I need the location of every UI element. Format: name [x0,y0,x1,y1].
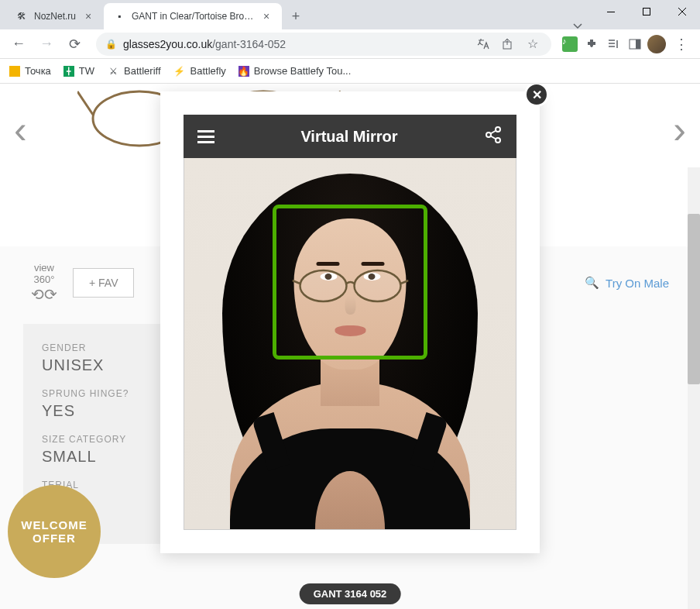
close-window-button[interactable] [664,0,700,23]
modal-overlay: ✕ Virtual Mirror [0,84,700,609]
forward-button[interactable]: → [34,32,59,57]
tab-title: GANT in Clear/Tortoise Brown A [132,11,254,22]
close-icon[interactable]: × [82,10,94,22]
svg-line-12 [491,131,496,134]
toolbar: ← → ⟳ 🔒 glasses2you.co.uk/gant-3164-052 … [0,29,700,59]
bookmark-1[interactable]: ╋TW [63,65,94,77]
extensions-icon[interactable] [582,35,601,53]
svg-rect-1 [643,9,650,15]
bookmark-0[interactable]: Точка [9,65,51,77]
close-icon[interactable]: × [260,10,273,22]
tab-0[interactable]: 🛠 NozNet.ru × [6,3,104,29]
maximize-button[interactable] [629,0,664,23]
new-tab-button[interactable]: + [285,5,307,27]
mirror-title: Virtual Mirror [214,128,484,146]
minimize-button[interactable] [593,0,629,23]
page-content: ‹ › view 360° ⟲⟳ + FAV 🔍 Try On Male GEN… [0,84,700,609]
scrollbar[interactable] [688,167,700,609]
titlebar: 🛠 NozNet.ru × ▪ GANT in Clear/Tortoise B… [0,0,700,29]
bookmark-4[interactable]: 🔥Browse Battlefy Tou... [238,65,352,77]
back-button[interactable]: ← [6,32,31,57]
bookmark-3[interactable]: ⚡Battlefly [173,65,226,77]
translate-icon[interactable] [474,35,492,53]
scroll-thumb[interactable] [688,214,700,384]
menu-button[interactable]: ⋮ [669,32,694,57]
chevron-down-icon[interactable] [562,23,593,29]
svg-point-9 [496,127,500,132]
mirror-header: Virtual Mirror [184,115,516,158]
tabs: 🛠 NozNet.ru × ▪ GANT in Clear/Tortoise B… [0,3,562,29]
share-icon[interactable] [499,35,517,53]
browser-window: 🛠 NozNet.ru × ▪ GANT in Clear/Tortoise B… [0,0,700,609]
window-controls [593,0,700,23]
address-bar[interactable]: 🔒 glasses2you.co.uk/gant-3164-052 ☆ [96,33,551,56]
tab-favicon: ▪ [113,10,125,22]
svg-point-11 [496,138,500,143]
hamburger-icon[interactable] [197,130,214,143]
mirror-preview [184,158,516,530]
url-text: glasses2you.co.uk/gant-3164-052 [123,38,468,50]
lock-icon: 🔒 [105,39,117,50]
reload-button[interactable]: ⟳ [62,32,87,57]
tab-favicon: 🛠 [15,10,28,22]
star-icon[interactable]: ☆ [523,35,542,53]
svg-rect-4 [636,40,640,49]
svg-point-10 [486,132,491,137]
bookmark-2[interactable]: ⚔Battleriff [107,65,160,77]
extension-music-icon[interactable]: ♪ [561,35,579,53]
tab-1[interactable]: ▪ GANT in Clear/Tortoise Brown A × [104,3,282,29]
svg-line-13 [491,136,496,139]
virtual-mirror-modal: ✕ Virtual Mirror [160,91,540,553]
profile-avatar[interactable] [647,35,666,53]
tab-title: NozNet.ru [34,11,76,22]
share-icon[interactable] [484,126,503,147]
model-image [184,158,516,529]
panel-icon[interactable] [626,35,644,53]
reading-list-icon[interactable] [604,35,623,53]
svg-rect-0 [607,12,615,12]
modal-close-button[interactable]: ✕ [524,84,549,107]
face-detection-box [273,205,427,360]
bookmarks-bar: Точка ╋TW ⚔Battleriff ⚡Battlefly 🔥Browse… [0,59,700,84]
